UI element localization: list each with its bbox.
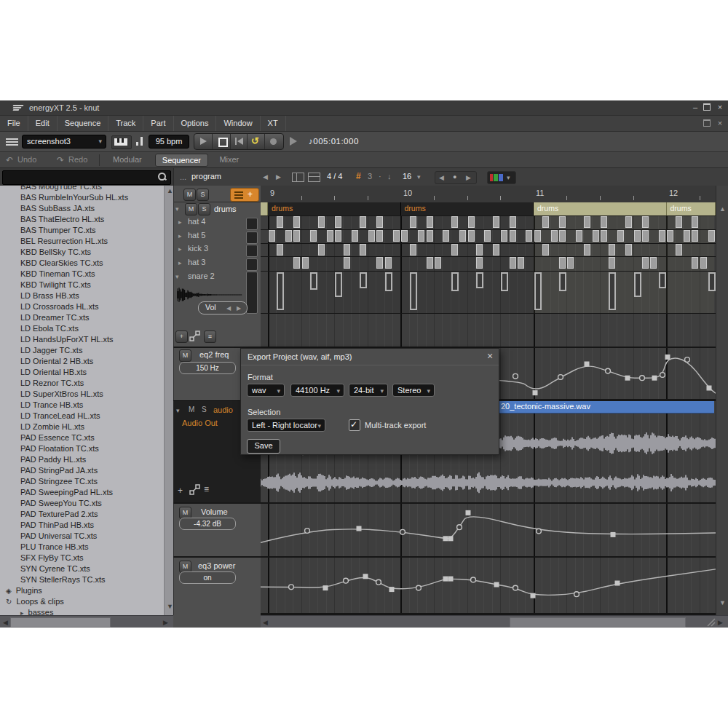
track-color-select[interactable]: ▾ bbox=[487, 171, 516, 184]
scroll-up-icon[interactable]: ▲ bbox=[719, 205, 726, 213]
snare-note[interactable] bbox=[360, 272, 367, 288]
list-item[interactable]: LD Oriental 2 HB.xts bbox=[0, 356, 164, 367]
audio-mute-button[interactable]: M bbox=[189, 405, 194, 414]
play-shadow-button[interactable] bbox=[290, 137, 297, 146]
note[interactable] bbox=[617, 230, 624, 242]
sample-rate-select[interactable]: 44100 Hz▾ bbox=[290, 384, 344, 397]
eq3-value[interactable]: on bbox=[179, 571, 236, 584]
scroll-right-icon[interactable]: ▶ bbox=[718, 619, 723, 626]
note[interactable] bbox=[634, 230, 641, 242]
time-signature[interactable]: 4 / 4 bbox=[327, 172, 342, 181]
main-menu-icon[interactable] bbox=[6, 137, 18, 147]
subtrack-name[interactable]: kick 3 bbox=[188, 244, 208, 253]
grid-vscrollbar[interactable]: ▲ ▼ bbox=[716, 186, 728, 615]
snare-note[interactable] bbox=[476, 272, 483, 288]
automation-point-circle[interactable] bbox=[685, 357, 690, 363]
list-item[interactable]: LD Trance HB.xts bbox=[0, 400, 164, 411]
note[interactable] bbox=[376, 257, 383, 269]
automation-point-circle[interactable] bbox=[513, 585, 518, 590]
menu-part[interactable]: Part bbox=[143, 116, 173, 131]
list-item[interactable]: PAD Stringzee TC.xts bbox=[0, 476, 164, 487]
snare-note[interactable] bbox=[501, 272, 508, 291]
note[interactable] bbox=[542, 244, 549, 256]
note[interactable] bbox=[468, 230, 475, 242]
list-item[interactable]: KBD Tineman TC.xts bbox=[0, 269, 164, 280]
drums-mute-button[interactable]: M bbox=[185, 203, 197, 215]
note[interactable] bbox=[476, 244, 483, 256]
browser-hscrollbar[interactable]: ◀ ▶ bbox=[0, 615, 173, 628]
list-item[interactable]: LD HandsUpForXT HL.xts bbox=[0, 334, 164, 345]
expand-icon[interactable]: ▸ bbox=[0, 609, 28, 615]
list-item[interactable]: LD Reznor TC.xts bbox=[0, 378, 164, 389]
drums-track-name[interactable]: drums bbox=[214, 205, 237, 213]
note[interactable] bbox=[551, 230, 558, 242]
list-item[interactable]: BAS Thumper TC.xts bbox=[0, 225, 164, 236]
audio-track-name[interactable]: audio bbox=[213, 405, 233, 414]
automation-point-circle[interactable] bbox=[558, 375, 563, 380]
list-item[interactable]: PAD SweepingPad HL.xts bbox=[0, 487, 164, 498]
note[interactable] bbox=[510, 257, 516, 269]
snare-note[interactable] bbox=[385, 272, 392, 291]
tab-modular[interactable]: Modular bbox=[106, 154, 149, 165]
layout-split-vertical-icon[interactable] bbox=[292, 173, 304, 182]
automation-point-circle[interactable] bbox=[640, 376, 645, 381]
list-item[interactable]: LD Ebola TC.xts bbox=[0, 323, 164, 334]
automation-point-circle[interactable] bbox=[289, 585, 294, 590]
note[interactable] bbox=[327, 230, 333, 242]
menu-track[interactable]: Track bbox=[108, 116, 143, 131]
browser-vscrollbar[interactable]: ▲ ▼ bbox=[164, 186, 174, 615]
note[interactable] bbox=[510, 230, 516, 242]
eq2-mute-button[interactable]: M bbox=[179, 349, 191, 362]
note[interactable] bbox=[269, 230, 275, 242]
project-select[interactable]: screenshot3 ▾ bbox=[22, 135, 106, 149]
grid-hscrollbar[interactable]: ◀ ▶ bbox=[261, 615, 728, 628]
note[interactable] bbox=[302, 257, 309, 269]
list-item[interactable]: LD TranceLead HL.xts bbox=[0, 411, 164, 422]
child-restore-button[interactable] bbox=[702, 119, 712, 128]
collapse-drums-icon[interactable]: ▾ bbox=[175, 205, 179, 213]
subtrack-name[interactable]: hat 4 bbox=[188, 217, 205, 226]
list-item[interactable]: BAS SubBass JA.xts bbox=[0, 203, 164, 214]
note[interactable] bbox=[335, 230, 341, 242]
restore-button[interactable] bbox=[702, 103, 712, 112]
eq2-value[interactable]: 150 Hz bbox=[179, 362, 236, 374]
param-next-icon[interactable]: ▶ bbox=[237, 305, 241, 312]
list-item[interactable]: PAD TexturePad 2.xts bbox=[0, 509, 164, 520]
automation-point-circle[interactable] bbox=[537, 529, 542, 534]
automation-point-square[interactable] bbox=[652, 376, 657, 381]
list-item[interactable]: KBD Twilight TC.xts bbox=[0, 280, 164, 290]
menu-edit[interactable]: Edit bbox=[28, 116, 58, 131]
link-icon[interactable] bbox=[189, 484, 201, 496]
list-item-basses[interactable]: ▸basses bbox=[0, 607, 164, 615]
track-menu-button[interactable]: ≡ bbox=[204, 331, 216, 343]
collapse-snare-icon[interactable]: ▾ bbox=[175, 273, 179, 280]
list-item[interactable]: KBD ClearSkies TC.xts bbox=[0, 258, 164, 269]
play-button[interactable] bbox=[200, 138, 207, 145]
list-item[interactable]: PAD ThinPad HB.xts bbox=[0, 520, 164, 531]
note[interactable] bbox=[335, 216, 341, 228]
note[interactable] bbox=[667, 230, 673, 242]
scroll-down-icon[interactable]: ▼ bbox=[719, 599, 726, 606]
note[interactable] bbox=[593, 230, 599, 242]
list-item[interactable]: LD Zombie HL.xts bbox=[0, 422, 164, 432]
note[interactable] bbox=[584, 216, 590, 228]
list-item[interactable]: PLU Trance HB.xts bbox=[0, 542, 164, 553]
note[interactable] bbox=[277, 216, 283, 228]
list-item[interactable]: LD Crossroads HL.xts bbox=[0, 301, 164, 312]
note[interactable] bbox=[659, 230, 665, 242]
automation-point-square[interactable] bbox=[443, 577, 448, 582]
link-icon[interactable] bbox=[189, 331, 201, 342]
list-item[interactable]: LD Oriental HB.xts bbox=[0, 367, 164, 378]
note[interactable] bbox=[493, 216, 499, 228]
prev-program-icon[interactable]: ◀ bbox=[263, 173, 268, 181]
note[interactable] bbox=[443, 230, 449, 242]
note[interactable] bbox=[476, 257, 483, 269]
subtrack-level-bar[interactable] bbox=[246, 258, 258, 271]
subtrack-level-bar[interactable] bbox=[246, 245, 258, 257]
close-button[interactable]: × bbox=[715, 103, 725, 111]
automation-point-square[interactable] bbox=[585, 362, 590, 367]
list-item[interactable]: SYN StellerRays TC.xts bbox=[0, 574, 164, 585]
note[interactable] bbox=[277, 244, 283, 256]
clip-drums[interactable]: drums bbox=[268, 202, 401, 215]
undo-button[interactable]: Undo bbox=[17, 155, 36, 164]
